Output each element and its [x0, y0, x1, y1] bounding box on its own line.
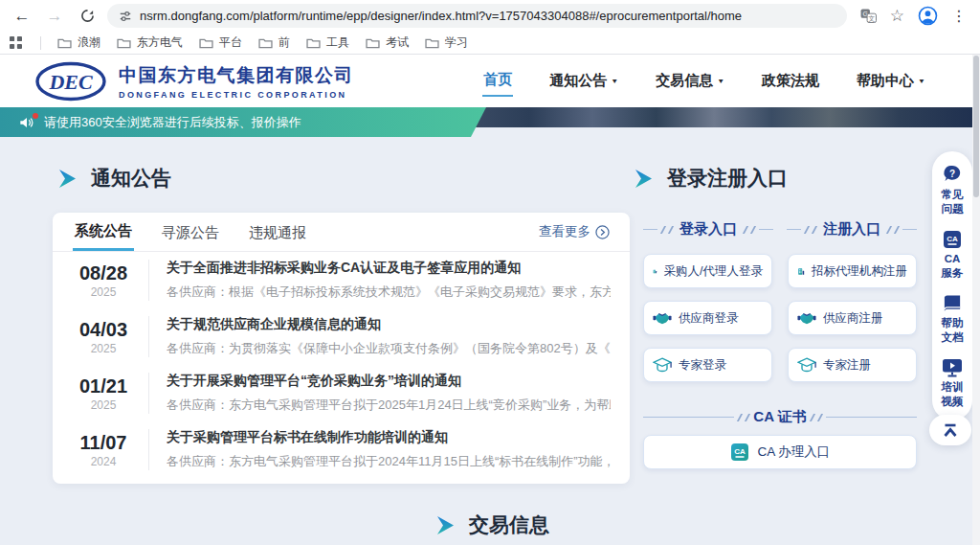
bookmark-pingtai[interactable]: 平台: [199, 34, 242, 51]
tab-violation-reports[interactable]: 违规通报: [247, 215, 308, 250]
tab-sourcing-notices[interactable]: 寻源公告: [160, 215, 221, 250]
forward-button[interactable]: →: [42, 4, 67, 29]
bookmark-kaoshi[interactable]: 考试: [366, 34, 409, 51]
ca-button-label: CA 办理入口: [758, 443, 831, 461]
svg-text:?: ?: [949, 169, 955, 179]
ca-service-label: CA服务: [942, 252, 964, 281]
back-button[interactable]: ←: [10, 4, 34, 29]
notice-date-year: 2025: [72, 285, 135, 299]
address-bar[interactable]: nsrm.dongfang.com/platform/runtime/epp/d…: [107, 4, 847, 28]
browser-chrome: ← → nsrm.dongfang.com/platform/runtime/e…: [0, 0, 980, 55]
circle-arrow-icon: [595, 225, 610, 239]
expert-login-button[interactable]: 专家登录: [643, 348, 772, 382]
training-videos-item[interactable]: 培训视频: [942, 358, 964, 409]
back-to-top-icon: [942, 423, 959, 438]
url-text: nsrm.dongfang.com/platform/runtime/epp/d…: [140, 9, 742, 23]
ca-apply-button[interactable]: CA CA 办理入口: [643, 435, 917, 469]
handshake-icon: [797, 309, 816, 327]
notice-title: 关于采购管理平台标书在线制作功能培训的通知: [167, 429, 611, 446]
divider: [40, 36, 41, 50]
notice-date: 04/032025: [72, 319, 135, 355]
company-name-en: DONGFANG ELECTRIC CORPORATION: [119, 90, 354, 100]
buyer-agent-login-button[interactable]: 采购人/代理人登录: [643, 254, 772, 288]
login-section-title: 登录注册入口: [634, 165, 788, 192]
chrome-menu-icon[interactable]: ⋮: [951, 7, 967, 25]
chevron-down-icon: ▼: [717, 78, 724, 85]
apps-grid-icon[interactable]: [10, 36, 22, 49]
notice-content: 关于开展采购管理平台“竞价采购业务”培训的通知各供应商：东方电气采购管理平台拟于…: [148, 373, 611, 414]
building-icon: [653, 262, 657, 281]
nav-notices[interactable]: 通知公告▼: [548, 66, 619, 96]
section-arrow-icon: [57, 168, 78, 190]
main-nav: 首页 通知公告▼ 交易信息▼ 政策法规 帮助中心▼: [482, 55, 926, 107]
entry-button-grid: 采购人/代理人登录 招标代理机构注册 供应商登录 供应商注册 专家登录 专家注册: [643, 254, 917, 382]
bookmark-qian[interactable]: 前: [258, 34, 290, 51]
bookmark-label: 前: [278, 34, 290, 51]
nav-home[interactable]: 首页: [482, 65, 513, 97]
notice-row[interactable]: 08/282025 关于全面推进非招标采购业务CA认证及电子签章应用的通知各供应…: [53, 252, 630, 308]
building-icon: [797, 262, 805, 281]
nav-trade-info[interactable]: 交易信息▼: [655, 66, 725, 96]
supplier-login-button[interactable]: 供应商登录: [643, 301, 772, 335]
help-docs-item[interactable]: 帮助文档: [942, 294, 964, 345]
section-title-text: 登录注册入口: [667, 165, 788, 192]
nav-policies[interactable]: 政策法规: [761, 66, 820, 96]
profile-avatar[interactable]: [918, 6, 938, 26]
entry-button-label: 专家注册: [823, 357, 871, 374]
notice-desc: 各供应商：根据《电子招标投标系统技术规范》《电子采购交易规范》要求，东方电气采购…: [167, 284, 611, 301]
entry-button-label: 供应商注册: [823, 310, 883, 327]
dec-logo-icon: DEC: [34, 61, 107, 102]
bookmark-star-icon[interactable]: ☆: [890, 6, 904, 26]
handshake-icon: [653, 309, 672, 327]
video-monitor-icon: [942, 358, 963, 377]
notice-date-year: 2024: [72, 455, 135, 468]
section-title-text: 交易信息: [469, 511, 549, 538]
view-more-link[interactable]: 查看更多: [539, 223, 610, 240]
folder-icon: [117, 37, 131, 49]
ca-service-item[interactable]: CA CA服务: [942, 230, 964, 281]
graduation-cap-icon: [653, 356, 672, 374]
nav-help-center[interactable]: 帮助中心▼: [856, 66, 926, 96]
faq-item[interactable]: ? 常见问题: [942, 164, 964, 216]
notice-title: 关于开展采购管理平台“竞价采购业务”培训的通知: [167, 373, 611, 390]
login-entry-header: 登录入口: [643, 220, 773, 238]
bookmark-dongfang[interactable]: 东方电气: [117, 34, 183, 51]
notice-row[interactable]: 04/032025 关于规范供应商企业规模信息的通知各供应商：为贯彻落实《保障中…: [53, 308, 630, 365]
ca-badge-icon: CA: [730, 443, 749, 462]
reload-button[interactable]: [75, 4, 100, 29]
translate-icon[interactable]: G文: [860, 9, 877, 23]
ca-badge-icon: CA: [943, 230, 962, 249]
notice-row[interactable]: 11/072024 关于采购管理平台标书在线制作功能培训的通知各供应商：东方电气…: [53, 421, 630, 478]
bookmark-label: 工具: [326, 34, 349, 51]
bookmark-xuexi[interactable]: 学习: [425, 34, 468, 51]
site-header: DEC 中国东方电气集团有限公司 DONGFANG ELECTRIC CORPO…: [0, 55, 980, 107]
help-docs-label: 帮助文档: [942, 316, 964, 345]
section-arrow-icon: [634, 168, 654, 190]
question-bubble-icon: ?: [942, 164, 963, 185]
bookmark-langchao[interactable]: 浪潮: [57, 34, 100, 51]
tab-system-notices[interactable]: 系统公告: [73, 213, 134, 251]
entry-button-label: 供应商登录: [679, 310, 739, 327]
supplier-register-button[interactable]: 供应商注册: [788, 301, 917, 335]
nav-label: 通知公告: [549, 72, 607, 90]
login-header-text: 登录入口: [679, 220, 737, 238]
svg-text:CA: CA: [947, 234, 958, 242]
expert-register-button[interactable]: 专家注册: [788, 348, 917, 382]
bookmark-label: 学习: [445, 34, 468, 51]
bookmark-label: 东方电气: [137, 34, 183, 51]
entry-button-label: 采购人/代理人登录: [664, 263, 763, 280]
company-name-cn: 中国东方电气集团有限公司: [119, 63, 354, 88]
notice-row[interactable]: 01/212025 关于开展采购管理平台“竞价采购业务”培训的通知各供应商：东方…: [53, 365, 630, 421]
graduation-cap-icon: [797, 356, 816, 374]
bidding-agency-register-button[interactable]: 招标代理机构注册: [788, 254, 917, 288]
bookmark-label: 平台: [219, 34, 242, 51]
back-to-top-button[interactable]: [929, 415, 971, 445]
trade-section-title: 交易信息: [435, 511, 549, 538]
alert-dot: [33, 113, 38, 119]
company-logo[interactable]: DEC 中国东方电气集团有限公司 DONGFANG ELECTRIC CORPO…: [34, 61, 354, 102]
chevron-down-icon: ▼: [918, 78, 925, 85]
login-panel: 登录入口 注册入口 采购人/代理人登录 招标代理机构注册 供应商登录: [643, 220, 917, 469]
scrollbar-thumb[interactable]: [973, 56, 979, 197]
bookmark-gongju[interactable]: 工具: [306, 34, 349, 51]
svg-text:文: 文: [868, 14, 875, 22]
